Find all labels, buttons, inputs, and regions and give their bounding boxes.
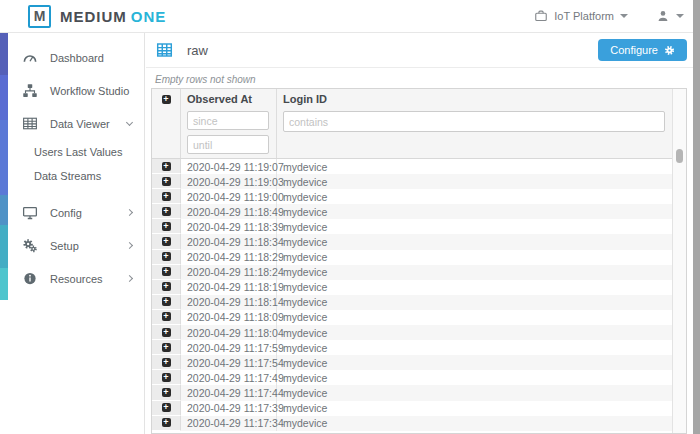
row-login-id: mydevice [277, 296, 672, 308]
plus-icon: + [162, 312, 171, 321]
sidebar-item-label: Workflow Studio [50, 85, 129, 97]
expand-row-button[interactable]: + [152, 280, 181, 295]
sidebar-item-data-streams[interactable]: Data Streams [8, 164, 144, 188]
sidebar-item-workflow-studio[interactable]: Workflow Studio [8, 74, 144, 107]
row-observed-at: 2020-04-29 11:17:34 [181, 416, 277, 431]
expand-row-button[interactable]: + [152, 295, 181, 310]
sidebar-item-resources[interactable]: Resources [8, 262, 144, 295]
table-row: + 2020-04-29 11:17:54 mydevice [152, 355, 672, 370]
page-scrollbar[interactable] [693, 0, 700, 434]
expand-row-button[interactable]: + [152, 355, 181, 370]
plus-icon: + [162, 252, 171, 261]
table-row: + 2020-04-29 11:17:39 mydevice [152, 401, 672, 416]
expand-row-button[interactable]: + [152, 265, 181, 280]
plus-icon: + [162, 418, 171, 427]
main-content: raw Configure Empty rows not shown + Obs… [146, 33, 693, 434]
expand-row-button[interactable]: + [152, 159, 181, 174]
expand-row-button[interactable]: + [152, 174, 181, 189]
expand-row-button[interactable]: + [152, 370, 181, 385]
chevron-down-icon [126, 118, 133, 125]
workflow-icon [22, 83, 38, 98]
table-row: + 2020-04-29 11:17:49 mydevice [152, 370, 672, 385]
expand-row-button[interactable]: + [152, 401, 181, 416]
row-observed-at: 2020-04-29 11:18:09 [181, 310, 277, 325]
expand-row-button[interactable]: + [152, 325, 181, 340]
sidebar-item-users-last-values[interactable]: Users Last Values [8, 140, 144, 164]
table-row: + 2020-04-29 11:19:07 mydevice [152, 159, 672, 174]
plus-icon: + [162, 328, 171, 337]
table-scrollbar[interactable] [672, 89, 686, 433]
expand-row-button[interactable]: + [152, 250, 181, 265]
chevron-right-icon [126, 209, 133, 216]
expand-row-button[interactable]: + [152, 219, 181, 234]
table-row: + 2020-04-29 11:18:24 mydevice [152, 265, 672, 280]
expand-row-button[interactable]: + [152, 204, 181, 219]
page: M MEDIUMONE IoT Platform [0, 0, 700, 434]
page-title: raw [187, 43, 208, 58]
page-scrollbar-thumb[interactable] [693, 0, 700, 434]
row-login-id: mydevice [277, 327, 672, 339]
table-icon [22, 116, 38, 131]
workspace-switcher[interactable]: IoT Platform [534, 9, 628, 23]
row-observed-at: 2020-04-29 11:17:59 [181, 340, 277, 355]
table-row: + 2020-04-29 11:18:39 mydevice [152, 219, 672, 234]
until-filter-input[interactable] [187, 135, 269, 154]
caret-down-icon [620, 14, 628, 18]
empty-rows-note: Empty rows not shown [155, 74, 256, 85]
sidebar-item-label: Dashboard [50, 52, 104, 64]
plus-icon: + [162, 162, 171, 171]
table-row: + 2020-04-29 11:18:49 mydevice [152, 204, 672, 219]
contains-filter-input[interactable] [283, 111, 665, 132]
plus-icon: + [162, 207, 171, 216]
row-login-id: mydevice [277, 176, 672, 188]
table-row: + 2020-04-29 11:19:03 mydevice [152, 174, 672, 189]
plus-icon: + [162, 177, 171, 186]
sidebar-item-setup[interactable]: Setup [8, 229, 144, 262]
plus-icon: + [162, 192, 171, 201]
column-label-observed-at: Observed At [187, 93, 274, 105]
logo-m-icon: M [28, 5, 51, 28]
table-row: + 2020-04-29 11:17:44 mydevice [152, 385, 672, 400]
sidebar-item-label: Data Viewer [50, 118, 110, 130]
observed-at-column-header: Observed At [181, 89, 277, 158]
plus-icon: + [162, 282, 171, 291]
expand-all-button[interactable]: + [152, 89, 181, 158]
row-observed-at: 2020-04-29 11:19:07 [181, 159, 277, 174]
row-login-id: mydevice [277, 251, 672, 263]
expand-row-button[interactable]: + [152, 189, 181, 204]
plus-icon: + [162, 403, 171, 412]
row-observed-at: 2020-04-29 11:19:03 [181, 174, 277, 189]
info-icon [22, 271, 38, 286]
dashboard-icon [22, 50, 38, 65]
since-filter-input[interactable] [187, 111, 269, 130]
user-menu[interactable] [656, 9, 684, 23]
sidebar-item-config[interactable]: Config [8, 196, 144, 229]
row-login-id: mydevice [277, 387, 672, 399]
table-body: + 2020-04-29 11:19:07 mydevice + 2020-04… [152, 159, 672, 433]
row-observed-at: 2020-04-29 11:18:49 [181, 204, 277, 219]
brand-name: MEDIUMONE [60, 8, 166, 25]
table-scrollbar-thumb[interactable] [676, 149, 683, 163]
brand-logo[interactable]: M MEDIUMONE [28, 5, 166, 28]
expand-row-button[interactable]: + [152, 310, 181, 325]
sidebar-item-label: Config [50, 207, 82, 219]
caret-down-icon [676, 14, 684, 18]
expand-row-button[interactable]: + [152, 340, 181, 355]
sidebar-item-dashboard[interactable]: Dashboard [8, 41, 144, 74]
row-observed-at: 2020-04-29 11:18:39 [181, 219, 277, 234]
expand-row-button[interactable]: + [152, 416, 181, 431]
plus-icon: + [162, 95, 171, 104]
sidebar-item-data-viewer[interactable]: Data Viewer [8, 107, 144, 140]
row-login-id: mydevice [277, 236, 672, 248]
workspace-label: IoT Platform [554, 10, 614, 22]
row-login-id: mydevice [277, 281, 672, 293]
configure-button[interactable]: Configure [598, 39, 687, 61]
table-grid-icon [156, 42, 173, 58]
sidebar-item-label: Setup [50, 240, 79, 252]
table-row: + 2020-04-29 11:18:09 mydevice [152, 310, 672, 325]
table-row: + 2020-04-29 11:19:00 mydevice [152, 189, 672, 204]
table-row: + 2020-04-29 11:17:59 mydevice [152, 340, 672, 355]
expand-row-button[interactable]: + [152, 385, 181, 400]
plus-icon: + [162, 388, 171, 397]
expand-row-button[interactable]: + [152, 234, 181, 249]
